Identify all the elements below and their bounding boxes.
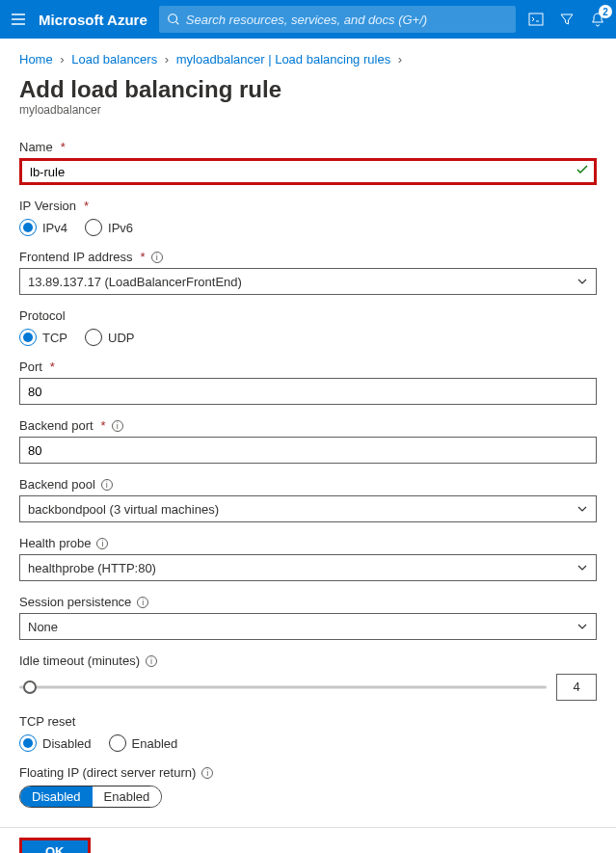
field-tcpreset: TCP reset Disabled Enabled <box>19 714 597 752</box>
search-input[interactable] <box>186 13 508 27</box>
radio-tcpreset-disabled[interactable]: Disabled <box>19 734 92 752</box>
backendport-input[interactable] <box>19 437 597 464</box>
backendpool-select[interactable]: backbondpool (3 virtual machines) <box>19 495 597 522</box>
chevron-down-icon <box>576 562 588 573</box>
chevron-right-icon: › <box>165 52 169 67</box>
field-backendport: Backend port*i <box>19 418 597 464</box>
floating-enabled[interactable]: Enabled <box>93 786 162 807</box>
info-icon[interactable]: i <box>101 479 113 491</box>
idle-slider[interactable] <box>19 678 547 697</box>
breadcrumb: Home › Load balancers › myloadbalancer |… <box>0 39 616 72</box>
notif-badge: 2 <box>599 5 612 18</box>
label-name: Name* <box>19 140 597 154</box>
info-icon[interactable]: i <box>112 420 123 432</box>
search-box[interactable] <box>159 6 516 33</box>
radio-tcpreset-enabled[interactable]: Enabled <box>109 734 178 752</box>
label-backendpool: Backend pooli <box>19 477 597 492</box>
info-icon[interactable]: i <box>201 767 213 779</box>
name-input[interactable] <box>19 158 597 185</box>
field-ipversion: IP Version* IPv4 IPv6 <box>19 199 597 236</box>
label-frontend: Frontend IP address*i <box>19 250 597 264</box>
top-header: Microsoft Azure 2 <box>0 0 616 39</box>
radio-ipv6[interactable]: IPv6 <box>85 219 133 236</box>
form: Name* IP Version* IPv4 IPv6 Frontend IP … <box>0 140 616 808</box>
field-protocol: Protocol TCP UDP <box>19 308 597 346</box>
field-backendpool: Backend pooli backbondpool (3 virtual ma… <box>19 477 597 522</box>
radio-ipv4[interactable]: IPv4 <box>19 219 67 236</box>
radio-udp[interactable]: UDP <box>85 329 134 346</box>
label-backendport: Backend port*i <box>19 418 597 433</box>
frontend-select[interactable]: 13.89.137.17 (LoadBalancerFrontEnd) <box>19 268 597 295</box>
chevron-right-icon: › <box>60 52 64 67</box>
session-select[interactable]: None <box>19 613 597 640</box>
notifications-icon[interactable]: 2 <box>589 11 606 28</box>
field-floating: Floating IP (direct server return)i Disa… <box>19 765 597 808</box>
crumb-home[interactable]: Home <box>19 52 53 67</box>
field-session: Session persistencei None <box>19 595 597 640</box>
field-healthprobe: Health probei healthprobe (HTTP:80) <box>19 536 597 581</box>
cloudshell-icon[interactable] <box>527 11 545 28</box>
chevron-down-icon <box>576 276 588 287</box>
page-title: Add load balancing rule <box>0 72 616 103</box>
label-session: Session persistencei <box>19 595 597 609</box>
info-icon[interactable]: i <box>96 538 108 549</box>
field-frontend: Frontend IP address*i 13.89.137.17 (Load… <box>19 250 597 295</box>
field-name: Name* <box>19 140 597 185</box>
menu-icon[interactable] <box>10 11 27 28</box>
svg-rect-1 <box>529 13 543 25</box>
port-input[interactable] <box>19 378 597 405</box>
filter-icon[interactable] <box>558 11 576 28</box>
radio-tcp[interactable]: TCP <box>19 329 67 346</box>
crumb-rules[interactable]: myloadbalancer | Load balancing rules <box>176 52 390 67</box>
floating-toggle[interactable]: Disabled Enabled <box>19 786 162 808</box>
label-protocol: Protocol <box>19 308 597 323</box>
page-subtitle: myloadbalancer <box>0 103 616 126</box>
label-ipversion: IP Version* <box>19 199 597 213</box>
label-floating: Floating IP (direct server return)i <box>19 765 597 780</box>
label-tcpreset: TCP reset <box>19 714 597 729</box>
footer: OK <box>0 827 616 853</box>
crumb-loadbalancers[interactable]: Load balancers <box>71 52 157 67</box>
check-icon <box>576 163 589 176</box>
brand-label: Microsoft Azure <box>39 12 147 28</box>
label-healthprobe: Health probei <box>19 536 597 550</box>
field-idle: Idle timeout (minutes)i 4 <box>19 653 597 701</box>
svg-point-0 <box>169 14 177 23</box>
label-port: Port* <box>19 360 597 374</box>
chevron-right-icon: › <box>398 52 402 67</box>
header-icons: 2 <box>527 11 606 28</box>
healthprobe-select[interactable]: healthprobe (HTTP:80) <box>19 554 597 581</box>
floating-disabled[interactable]: Disabled <box>20 786 93 807</box>
field-port: Port* <box>19 360 597 405</box>
search-icon <box>167 13 180 26</box>
idle-value[interactable]: 4 <box>556 674 597 701</box>
label-idle: Idle timeout (minutes)i <box>19 653 597 668</box>
chevron-down-icon <box>576 503 588 515</box>
info-icon[interactable]: i <box>146 655 157 667</box>
ok-button[interactable]: OK <box>19 838 91 853</box>
info-icon[interactable]: i <box>151 252 163 263</box>
info-icon[interactable]: i <box>137 597 148 608</box>
chevron-down-icon <box>576 621 588 632</box>
